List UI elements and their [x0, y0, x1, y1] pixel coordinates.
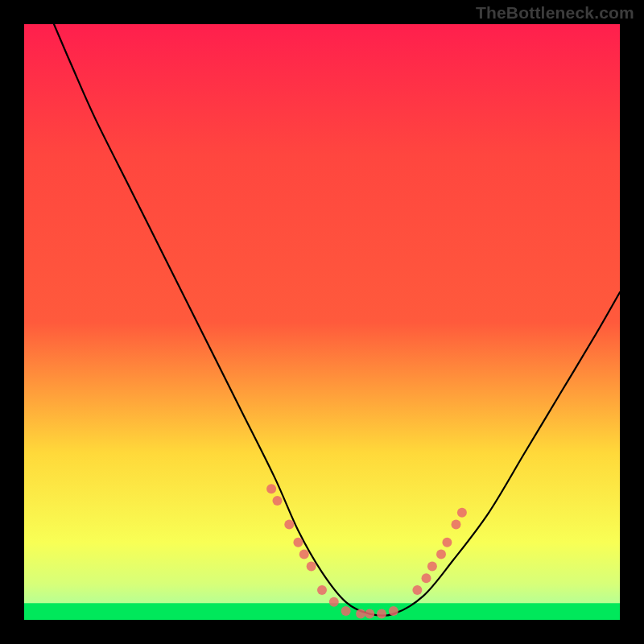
highlight-dot [377, 609, 386, 619]
highlight-dot [307, 561, 316, 571]
highlight-dot [365, 609, 374, 619]
highlight-dot [299, 550, 309, 559]
plot-area [24, 24, 620, 620]
highlight-dot [293, 538, 303, 547]
highlight-dot [427, 561, 437, 571]
highlight-dot [266, 484, 276, 493]
highlight-dot [422, 573, 431, 583]
highlight-dot [356, 609, 365, 619]
chart-svg [24, 24, 620, 620]
highlight-dot [317, 585, 327, 595]
green-band [24, 603, 620, 620]
highlight-dot [452, 520, 461, 530]
gradient-background [24, 24, 620, 620]
highlight-dot [436, 550, 446, 559]
chart-stage: TheBottleneck.com [0, 0, 644, 644]
highlight-dot [341, 606, 351, 616]
highlight-dot [273, 496, 283, 506]
highlight-dot [442, 538, 452, 547]
highlight-dot [389, 606, 398, 616]
highlight-dot [412, 585, 422, 595]
highlight-dot [284, 520, 294, 530]
highlight-dot [457, 508, 467, 518]
highlight-dot [329, 597, 339, 607]
watermark-text: TheBottleneck.com [476, 3, 634, 23]
